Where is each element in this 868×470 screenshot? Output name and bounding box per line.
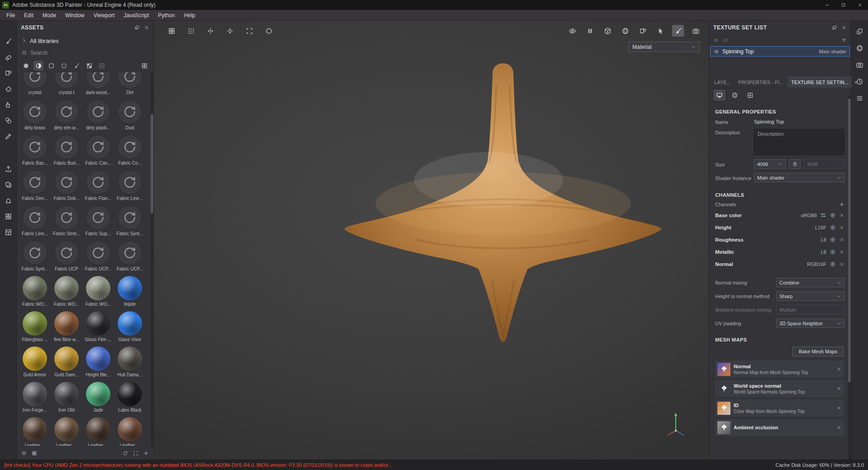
export-icon[interactable] xyxy=(2,163,14,175)
size-select[interactable]: 4096 xyxy=(754,159,786,169)
asset-item[interactable]: dirty brass xyxy=(20,100,50,130)
mesh-map-card[interactable]: Ambient occlusion xyxy=(715,419,844,436)
asset-item[interactable]: Fabric Line... xyxy=(20,205,50,236)
asset-item[interactable]: Latex Black xyxy=(115,382,145,413)
asset-item[interactable]: Fabric Dob... xyxy=(52,170,81,201)
assets-scrollbar-thumb[interactable] xyxy=(151,114,153,214)
library-selector[interactable]: All libraries xyxy=(17,34,153,47)
bake-mesh-maps-button[interactable]: Bake Mesh Maps xyxy=(792,347,844,356)
asset-item[interactable]: Fabric Bas... xyxy=(20,135,50,166)
maximize-button[interactable] xyxy=(835,0,852,10)
uv-padding-select[interactable]: 3D Space Neighbor xyxy=(776,318,844,328)
mesh-map-remove-icon[interactable] xyxy=(836,405,842,411)
asset-item[interactable]: Jade xyxy=(83,382,113,413)
tab-texture-set-settin-[interactable]: TEXTURE SET SETTIN... xyxy=(788,76,852,88)
asset-item[interactable]: Dirt xyxy=(115,72,145,95)
tiles-icon[interactable] xyxy=(166,25,177,37)
asset-item[interactable]: Fabric Sup... xyxy=(83,205,113,236)
camera-settings-icon[interactable] xyxy=(854,59,866,71)
asset-item[interactable]: Fabric WO... xyxy=(52,276,81,307)
channel-settings-icon[interactable] xyxy=(830,237,836,243)
undock-panel-icon[interactable] xyxy=(832,25,837,30)
asset-item[interactable]: Fabric UCP xyxy=(52,241,81,271)
material-mode-icon[interactable] xyxy=(619,25,631,37)
asset-item[interactable]: Dust xyxy=(115,100,145,130)
asset-item[interactable]: Fabric Synt... xyxy=(20,241,50,271)
mesh-map-remove-icon[interactable] xyxy=(836,386,842,391)
asset-item[interactable]: Leather ... xyxy=(83,417,113,446)
channel-remove-icon[interactable] xyxy=(839,225,844,230)
height-to-normal-method-select[interactable]: Sharp xyxy=(776,291,844,301)
environments-filter-icon[interactable] xyxy=(97,61,107,71)
navigation-gizmo[interactable] xyxy=(660,409,692,441)
visibility-eye-icon[interactable] xyxy=(714,49,719,54)
undock-panel-icon[interactable] xyxy=(134,25,140,30)
viewport-canvas[interactable]: Material xyxy=(154,21,709,460)
log-icon[interactable] xyxy=(854,92,866,104)
asset-item[interactable]: dirty elm w... xyxy=(52,100,81,130)
asset-item[interactable]: Fiberglass ... xyxy=(20,311,50,342)
asset-item[interactable]: Fabric UCP... xyxy=(83,241,113,271)
frame-view-icon[interactable] xyxy=(133,451,138,456)
tile-offset-icon[interactable] xyxy=(185,25,197,37)
channel-remove-icon[interactable] xyxy=(839,237,844,242)
asset-item[interactable]: Fabric WO... xyxy=(20,276,50,307)
tab-laye-[interactable]: LAYE... xyxy=(711,76,734,88)
clone-tool-icon[interactable] xyxy=(2,114,14,126)
settings-shader-icon[interactable] xyxy=(729,90,740,100)
asset-item[interactable]: Gold Armor xyxy=(20,347,50,377)
asset-item[interactable]: Fabric UCP... xyxy=(115,241,145,271)
close-panel-icon[interactable] xyxy=(841,25,847,30)
projection-tool-icon[interactable] xyxy=(2,67,14,79)
asset-item[interactable]: dirty plasti... xyxy=(83,100,113,130)
asset-item[interactable]: Iron Forge... xyxy=(20,382,50,413)
channel-remove-icon[interactable] xyxy=(839,213,844,218)
normal-mixing-select[interactable]: Combine xyxy=(776,278,844,287)
mesh-map-card[interactable]: IDColor Map from Mesh Spinning Top xyxy=(715,399,844,417)
menu-edit[interactable]: Edit xyxy=(19,12,38,19)
asset-item[interactable]: crystal xyxy=(20,72,50,95)
mesh-map-card[interactable]: World space normalWorld Space Normals Sp… xyxy=(715,380,844,397)
menu-javascript[interactable]: JavaScript xyxy=(119,12,153,19)
add-asset-icon[interactable] xyxy=(143,451,149,456)
texture-sets-icon[interactable] xyxy=(2,210,14,222)
screenshot-icon[interactable] xyxy=(690,25,702,37)
pause-engine-icon[interactable] xyxy=(584,25,596,37)
stencil-icon[interactable] xyxy=(637,25,649,37)
settings-uv-icon[interactable] xyxy=(745,90,756,100)
asset-item[interactable]: Glass Visor xyxy=(115,311,145,342)
channel-settings-icon[interactable] xyxy=(830,224,836,231)
symmetry-x-icon[interactable] xyxy=(204,25,216,37)
asset-item[interactable]: Fabric Burl... xyxy=(52,135,81,166)
paint-mode-icon[interactable] xyxy=(672,25,684,37)
textures-filter-icon[interactable] xyxy=(84,61,94,71)
asset-item[interactable]: Fabric Den... xyxy=(20,170,50,201)
filter-icon[interactable] xyxy=(841,38,847,43)
asset-item[interactable]: Leather ... xyxy=(115,417,145,446)
asset-item[interactable]: crystal t xyxy=(52,72,81,95)
asset-item[interactable]: Gold Dam... xyxy=(52,347,81,377)
baking-icon[interactable] xyxy=(2,195,14,206)
asset-item[interactable]: Hull Dama... xyxy=(115,347,145,377)
asset-item[interactable]: Fabric Line... xyxy=(115,170,145,201)
eraser-tool-icon[interactable] xyxy=(2,51,14,63)
close-button[interactable] xyxy=(852,0,868,10)
asset-item[interactable]: Fabric Stret... xyxy=(52,205,81,236)
perspective-toggle-icon[interactable] xyxy=(566,25,578,37)
brushes-filter-icon[interactable] xyxy=(71,61,81,71)
snap-icon[interactable] xyxy=(263,25,275,37)
minimize-button[interactable] xyxy=(819,0,835,10)
asset-item[interactable]: Fabric Can... xyxy=(83,135,113,166)
menu-mode[interactable]: Mode xyxy=(38,12,61,19)
description-field[interactable]: Description xyxy=(754,129,844,155)
menu-file[interactable]: File xyxy=(2,12,19,19)
grid-view-icon[interactable] xyxy=(139,61,149,71)
channel-settings-icon[interactable] xyxy=(830,249,836,255)
size-lock-button[interactable] xyxy=(789,159,801,169)
large-thumbnails-icon[interactable] xyxy=(32,451,37,456)
asset-item[interactable]: Fabric Co... xyxy=(115,135,145,166)
assets-scrollbar[interactable] xyxy=(151,72,153,446)
materials-filter-icon[interactable] xyxy=(21,61,31,71)
smudge-tool-icon[interactable] xyxy=(2,99,14,110)
menu-python[interactable]: Python xyxy=(153,12,179,19)
